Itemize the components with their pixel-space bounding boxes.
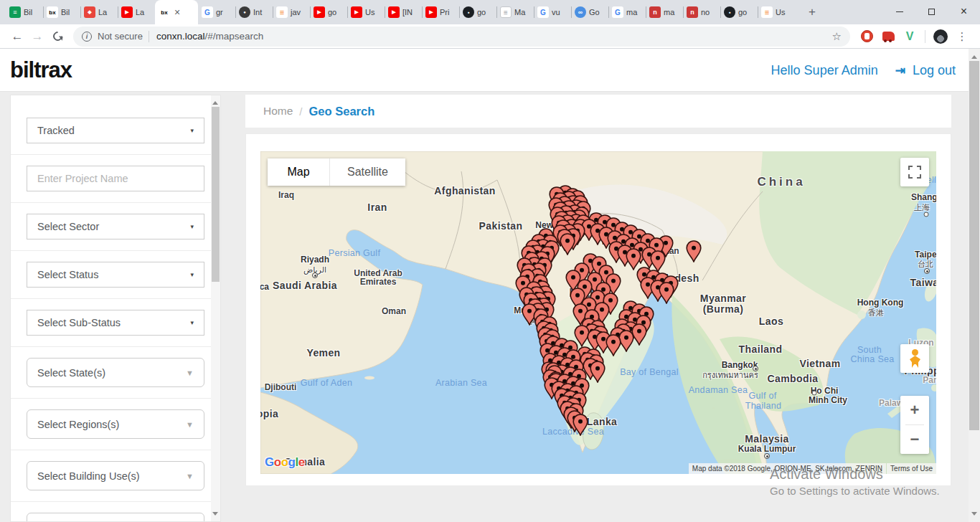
google-map[interactable]: IraqIranAfghanistanPakistanChinaIndiaSau… (260, 151, 936, 474)
forward-icon[interactable]: → (27, 29, 47, 44)
browser-tab[interactable]: ▶go (310, 0, 347, 24)
filter-list: Tracked▾Select Sector▾Select Status▾Sele… (11, 95, 220, 522)
project-map-pin[interactable] (606, 334, 621, 356)
security-label: Not secure (98, 31, 143, 42)
logout-link[interactable]: Log out (913, 63, 956, 78)
sidebar-scroll-thumb[interactable] (212, 107, 220, 282)
project-map-pin[interactable] (573, 414, 588, 436)
dropdown-tracked[interactable]: Tracked▾ (27, 118, 204, 143)
browser-tab[interactable]: ▶Us (347, 0, 385, 24)
browser-tab[interactable]: ●Int (235, 0, 273, 24)
dropdown-label: Tracked (37, 125, 190, 136)
project-map-pin[interactable] (659, 282, 674, 304)
filter-sidebar: Tracked▾Select Sector▾Select Status▾Sele… (10, 95, 221, 522)
window-controls: × (883, 0, 980, 23)
page-scroll-down-icon[interactable] (971, 512, 977, 518)
breadcrumb-home[interactable]: Home (263, 105, 293, 118)
zoom-out-button[interactable]: − (900, 425, 929, 454)
browser-tab-active[interactable]: bx× (155, 0, 198, 24)
dropdown-select-status[interactable]: Select Status▾ (27, 262, 204, 288)
project-name-input[interactable] (37, 173, 194, 184)
map-label-emirates: Emirates (360, 277, 397, 287)
profile-avatar[interactable] (933, 29, 948, 44)
page-scroll-up-icon[interactable] (971, 52, 977, 59)
back-icon[interactable]: ← (7, 29, 27, 44)
biltrax-logo[interactable]: biltrax (10, 57, 72, 83)
map-type-map-button[interactable]: Map (268, 158, 330, 186)
dropdown-select-project-category-s[interactable]: Select Project Category(s)▼ (27, 513, 204, 522)
page-scroll-thumb[interactable] (969, 61, 979, 430)
bookmark-star-icon[interactable]: ☆ (832, 30, 842, 43)
close-button[interactable]: × (948, 0, 980, 23)
browser-tab[interactable]: ▶La (118, 0, 155, 24)
browser-tab[interactable]: ∞Go (571, 0, 608, 24)
browser-tab[interactable]: ▶Pri (422, 0, 459, 24)
google-logo[interactable]: Google (265, 455, 305, 470)
browser-tab[interactable]: ▶[IN (385, 0, 422, 24)
zoom-in-button[interactable]: + (900, 396, 929, 424)
browser-tab[interactable]: ≡Ma (496, 0, 534, 24)
dropdown-select-building-use-s[interactable]: Select Building Use(s)▼ (27, 461, 204, 490)
terms-of-use-link[interactable]: Terms of Use (887, 463, 936, 474)
doc-icon: ≡ (500, 6, 512, 18)
scroll-up-icon[interactable] (212, 98, 218, 105)
train-extension-icon[interactable] (880, 29, 896, 44)
browser-tab[interactable]: ≡Bil (6, 0, 43, 24)
minimize-button[interactable] (883, 0, 915, 23)
browser-tab[interactable]: ◆La (80, 0, 118, 24)
minimize-icon (896, 11, 903, 12)
browser-tab[interactable]: Ggr (198, 0, 235, 24)
map-label-djibouti: Djibouti (265, 382, 297, 392)
browser-tab[interactable]: nno (683, 0, 720, 24)
scroll-down-icon[interactable] (212, 512, 218, 518)
project-map-pin[interactable] (686, 240, 702, 262)
npm-icon: n (687, 6, 698, 18)
browser-tab[interactable]: ≡Us (758, 0, 795, 24)
tab-label: jav (291, 8, 301, 16)
chevron-down-icon: ▾ (190, 319, 194, 326)
project-map-pin[interactable] (560, 233, 575, 255)
dropdown-select-regions-s[interactable]: Select Regions(s)▼ (27, 409, 204, 439)
browser-tab[interactable]: nma (646, 0, 683, 24)
greeting-text[interactable]: Hello Super Admin (771, 63, 878, 78)
fullscreen-button[interactable] (900, 158, 929, 186)
map-label-yemen: Yemen (306, 347, 340, 359)
pegman-button[interactable] (900, 344, 929, 373)
map-label-saudi-arabia: Saudi Arabia (273, 280, 337, 291)
logout-icon[interactable]: ⇥ (895, 63, 905, 78)
project-map-pin[interactable] (590, 361, 606, 383)
browser-tab[interactable]: Gvu (534, 0, 571, 24)
url-omnibox[interactable]: i Not secure conxn.local /#/mapsearch ☆ (73, 27, 850, 47)
tab-label: ma (664, 8, 674, 16)
tab-label: Bil (61, 8, 70, 16)
dropdown-select-sub-status[interactable]: Select Sub-Status▾ (27, 310, 204, 336)
map-label-: กรุงเทพมหานคร (702, 369, 758, 381)
browser-tab[interactable]: bxBil (43, 0, 80, 24)
browser-tab[interactable]: ≡jav (273, 0, 310, 24)
dropdown-select-sector[interactable]: Select Sector▾ (27, 214, 204, 239)
vue-devtools-icon[interactable]: V (902, 29, 918, 44)
site-header: biltrax Hello Super Admin ⇥ Log out (0, 49, 969, 92)
page-scrollbar[interactable] (969, 49, 980, 522)
browser-tab-strip: ≡BilbxBil◆La▶Labx×Ggr●Int≡jav▶go▶Us▶[IN▶… (0, 0, 980, 24)
youtube-icon: ▶ (388, 6, 400, 18)
info-icon[interactable]: i (82, 32, 92, 42)
browser-tab[interactable]: ●go (459, 0, 496, 24)
input-enter-project-name[interactable] (27, 166, 204, 191)
new-tab-button[interactable]: + (802, 2, 822, 22)
bx-icon: bx (47, 6, 58, 18)
tab-close-icon[interactable]: × (174, 6, 180, 18)
browser-tab[interactable]: Gma (608, 0, 646, 24)
sidebar-scrollbar[interactable] (211, 95, 220, 521)
tab-label: go (738, 8, 747, 16)
maximize-button[interactable] (915, 0, 948, 23)
adblock-extension-icon[interactable] (859, 29, 875, 44)
reload-icon[interactable] (47, 32, 67, 41)
browser-menu-icon[interactable]: ⋮ (954, 29, 970, 44)
tab-label: Us (776, 8, 785, 16)
dropdown-select-state-s[interactable]: Select State(s)▼ (27, 358, 204, 387)
city-dot-icon (924, 268, 930, 274)
browser-tab[interactable]: ●go (720, 0, 758, 24)
dropdown-label: Select Status (37, 269, 190, 280)
map-type-satellite-button[interactable]: Satellite (330, 158, 405, 186)
